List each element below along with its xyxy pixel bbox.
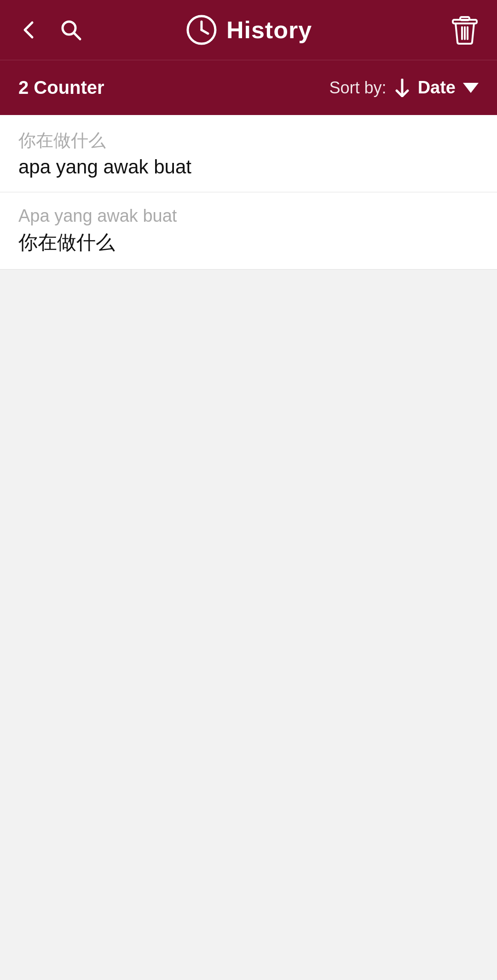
sort-direction-icon <box>394 79 410 97</box>
page-title: History <box>226 16 312 44</box>
sort-dropdown-icon[interactable] <box>463 83 479 93</box>
svg-line-1 <box>74 33 80 39</box>
svg-rect-6 <box>460 17 469 20</box>
header-center: History <box>185 13 312 46</box>
history-item[interactable]: Apa yang awak buat 你在做什么 <box>0 192 497 270</box>
sort-controls[interactable]: Sort by: Date <box>329 78 479 98</box>
source-text-2: Apa yang awak buat <box>18 206 479 226</box>
sort-bar: 2 Counter Sort by: Date <box>0 60 497 115</box>
sort-value-label: Date <box>418 78 456 98</box>
search-icon[interactable] <box>59 18 83 42</box>
svg-marker-11 <box>463 83 479 93</box>
header: History <box>0 0 497 60</box>
source-text-1: 你在做什么 <box>18 129 479 152</box>
svg-line-4 <box>202 30 208 34</box>
header-left-actions <box>18 18 83 42</box>
history-list: 你在做什么 apa yang awak buat Apa yang awak b… <box>0 115 497 270</box>
sort-by-label: Sort by: <box>329 78 387 98</box>
clock-icon <box>185 13 218 46</box>
delete-button[interactable] <box>451 15 479 45</box>
translated-text-1: apa yang awak buat <box>18 156 479 178</box>
back-button[interactable] <box>18 19 40 41</box>
translated-text-2: 你在做什么 <box>18 230 479 255</box>
empty-content-area <box>0 270 497 980</box>
history-item[interactable]: 你在做什么 apa yang awak buat <box>0 115 497 192</box>
counter-label: 2 Counter <box>18 77 104 98</box>
